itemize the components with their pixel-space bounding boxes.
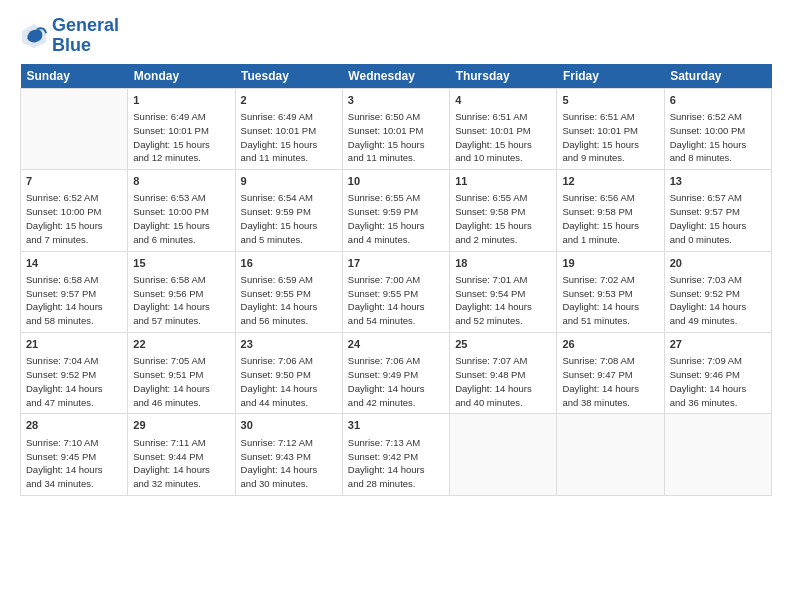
day-info: Sunrise: 7:08 AMSunset: 9:47 PMDaylight:… bbox=[562, 354, 658, 409]
day-info: Sunrise: 7:02 AMSunset: 9:53 PMDaylight:… bbox=[562, 273, 658, 328]
day-info: Sunrise: 6:55 AMSunset: 9:58 PMDaylight:… bbox=[455, 191, 551, 246]
day-info: Sunrise: 6:49 AMSunset: 10:01 PMDaylight… bbox=[241, 110, 337, 165]
day-info: Sunrise: 6:50 AMSunset: 10:01 PMDaylight… bbox=[348, 110, 444, 165]
calendar-cell bbox=[557, 414, 664, 495]
calendar-cell: 25Sunrise: 7:07 AMSunset: 9:48 PMDayligh… bbox=[450, 332, 557, 413]
calendar-cell: 7Sunrise: 6:52 AMSunset: 10:00 PMDayligh… bbox=[21, 170, 128, 251]
calendar-cell: 20Sunrise: 7:03 AMSunset: 9:52 PMDayligh… bbox=[664, 251, 771, 332]
day-info: Sunrise: 6:58 AMSunset: 9:57 PMDaylight:… bbox=[26, 273, 122, 328]
calendar-cell: 5Sunrise: 6:51 AMSunset: 10:01 PMDayligh… bbox=[557, 88, 664, 169]
calendar-cell: 24Sunrise: 7:06 AMSunset: 9:49 PMDayligh… bbox=[342, 332, 449, 413]
day-number: 7 bbox=[26, 174, 122, 189]
logo-icon bbox=[20, 22, 48, 50]
day-number: 28 bbox=[26, 418, 122, 433]
day-info: Sunrise: 6:52 AMSunset: 10:00 PMDaylight… bbox=[26, 191, 122, 246]
day-number: 8 bbox=[133, 174, 229, 189]
day-info: Sunrise: 7:11 AMSunset: 9:44 PMDaylight:… bbox=[133, 436, 229, 491]
day-info: Sunrise: 6:57 AMSunset: 9:57 PMDaylight:… bbox=[670, 191, 766, 246]
day-number: 16 bbox=[241, 256, 337, 271]
day-info: Sunrise: 7:12 AMSunset: 9:43 PMDaylight:… bbox=[241, 436, 337, 491]
day-info: Sunrise: 7:10 AMSunset: 9:45 PMDaylight:… bbox=[26, 436, 122, 491]
calendar-cell bbox=[21, 88, 128, 169]
day-number: 9 bbox=[241, 174, 337, 189]
weekday-header-friday: Friday bbox=[557, 64, 664, 89]
day-info: Sunrise: 7:04 AMSunset: 9:52 PMDaylight:… bbox=[26, 354, 122, 409]
day-number: 2 bbox=[241, 93, 337, 108]
logo: General Blue bbox=[20, 16, 119, 56]
day-number: 3 bbox=[348, 93, 444, 108]
day-info: Sunrise: 6:55 AMSunset: 9:59 PMDaylight:… bbox=[348, 191, 444, 246]
header: General Blue bbox=[20, 16, 772, 56]
day-info: Sunrise: 7:05 AMSunset: 9:51 PMDaylight:… bbox=[133, 354, 229, 409]
calendar-cell: 2Sunrise: 6:49 AMSunset: 10:01 PMDayligh… bbox=[235, 88, 342, 169]
calendar-cell: 27Sunrise: 7:09 AMSunset: 9:46 PMDayligh… bbox=[664, 332, 771, 413]
day-info: Sunrise: 7:06 AMSunset: 9:50 PMDaylight:… bbox=[241, 354, 337, 409]
day-number: 26 bbox=[562, 337, 658, 352]
calendar-cell: 11Sunrise: 6:55 AMSunset: 9:58 PMDayligh… bbox=[450, 170, 557, 251]
calendar-cell: 28Sunrise: 7:10 AMSunset: 9:45 PMDayligh… bbox=[21, 414, 128, 495]
calendar-cell: 31Sunrise: 7:13 AMSunset: 9:42 PMDayligh… bbox=[342, 414, 449, 495]
calendar-cell: 26Sunrise: 7:08 AMSunset: 9:47 PMDayligh… bbox=[557, 332, 664, 413]
calendar-table: SundayMondayTuesdayWednesdayThursdayFrid… bbox=[20, 64, 772, 496]
calendar-cell: 14Sunrise: 6:58 AMSunset: 9:57 PMDayligh… bbox=[21, 251, 128, 332]
calendar-cell: 17Sunrise: 7:00 AMSunset: 9:55 PMDayligh… bbox=[342, 251, 449, 332]
calendar-cell bbox=[450, 414, 557, 495]
day-number: 23 bbox=[241, 337, 337, 352]
day-number: 30 bbox=[241, 418, 337, 433]
day-number: 6 bbox=[670, 93, 766, 108]
weekday-header-monday: Monday bbox=[128, 64, 235, 89]
day-number: 13 bbox=[670, 174, 766, 189]
day-info: Sunrise: 6:53 AMSunset: 10:00 PMDaylight… bbox=[133, 191, 229, 246]
day-number: 11 bbox=[455, 174, 551, 189]
calendar-cell: 23Sunrise: 7:06 AMSunset: 9:50 PMDayligh… bbox=[235, 332, 342, 413]
calendar-cell: 9Sunrise: 6:54 AMSunset: 9:59 PMDaylight… bbox=[235, 170, 342, 251]
day-info: Sunrise: 6:58 AMSunset: 9:56 PMDaylight:… bbox=[133, 273, 229, 328]
calendar-cell bbox=[664, 414, 771, 495]
calendar-cell: 6Sunrise: 6:52 AMSunset: 10:00 PMDayligh… bbox=[664, 88, 771, 169]
weekday-header-saturday: Saturday bbox=[664, 64, 771, 89]
calendar-cell: 12Sunrise: 6:56 AMSunset: 9:58 PMDayligh… bbox=[557, 170, 664, 251]
day-info: Sunrise: 6:56 AMSunset: 9:58 PMDaylight:… bbox=[562, 191, 658, 246]
calendar-week-4: 21Sunrise: 7:04 AMSunset: 9:52 PMDayligh… bbox=[21, 332, 772, 413]
day-number: 1 bbox=[133, 93, 229, 108]
day-info: Sunrise: 7:13 AMSunset: 9:42 PMDaylight:… bbox=[348, 436, 444, 491]
day-number: 17 bbox=[348, 256, 444, 271]
page-container: General Blue SundayMondayTuesdayWednesda… bbox=[0, 0, 792, 506]
calendar-week-2: 7Sunrise: 6:52 AMSunset: 10:00 PMDayligh… bbox=[21, 170, 772, 251]
day-info: Sunrise: 6:51 AMSunset: 10:01 PMDaylight… bbox=[562, 110, 658, 165]
calendar-cell: 18Sunrise: 7:01 AMSunset: 9:54 PMDayligh… bbox=[450, 251, 557, 332]
weekday-header-wednesday: Wednesday bbox=[342, 64, 449, 89]
calendar-cell: 22Sunrise: 7:05 AMSunset: 9:51 PMDayligh… bbox=[128, 332, 235, 413]
day-info: Sunrise: 6:51 AMSunset: 10:01 PMDaylight… bbox=[455, 110, 551, 165]
calendar-cell: 13Sunrise: 6:57 AMSunset: 9:57 PMDayligh… bbox=[664, 170, 771, 251]
day-number: 27 bbox=[670, 337, 766, 352]
day-info: Sunrise: 7:00 AMSunset: 9:55 PMDaylight:… bbox=[348, 273, 444, 328]
day-info: Sunrise: 7:06 AMSunset: 9:49 PMDaylight:… bbox=[348, 354, 444, 409]
calendar-week-1: 1Sunrise: 6:49 AMSunset: 10:01 PMDayligh… bbox=[21, 88, 772, 169]
calendar-cell: 1Sunrise: 6:49 AMSunset: 10:01 PMDayligh… bbox=[128, 88, 235, 169]
day-info: Sunrise: 7:09 AMSunset: 9:46 PMDaylight:… bbox=[670, 354, 766, 409]
day-number: 22 bbox=[133, 337, 229, 352]
day-number: 15 bbox=[133, 256, 229, 271]
weekday-header-row: SundayMondayTuesdayWednesdayThursdayFrid… bbox=[21, 64, 772, 89]
calendar-cell: 8Sunrise: 6:53 AMSunset: 10:00 PMDayligh… bbox=[128, 170, 235, 251]
calendar-cell: 10Sunrise: 6:55 AMSunset: 9:59 PMDayligh… bbox=[342, 170, 449, 251]
day-number: 20 bbox=[670, 256, 766, 271]
weekday-header-thursday: Thursday bbox=[450, 64, 557, 89]
calendar-week-5: 28Sunrise: 7:10 AMSunset: 9:45 PMDayligh… bbox=[21, 414, 772, 495]
day-number: 5 bbox=[562, 93, 658, 108]
logo-text: General Blue bbox=[52, 16, 119, 56]
day-number: 29 bbox=[133, 418, 229, 433]
calendar-cell: 15Sunrise: 6:58 AMSunset: 9:56 PMDayligh… bbox=[128, 251, 235, 332]
weekday-header-tuesday: Tuesday bbox=[235, 64, 342, 89]
day-number: 10 bbox=[348, 174, 444, 189]
calendar-cell: 29Sunrise: 7:11 AMSunset: 9:44 PMDayligh… bbox=[128, 414, 235, 495]
day-info: Sunrise: 6:59 AMSunset: 9:55 PMDaylight:… bbox=[241, 273, 337, 328]
calendar-week-3: 14Sunrise: 6:58 AMSunset: 9:57 PMDayligh… bbox=[21, 251, 772, 332]
day-number: 21 bbox=[26, 337, 122, 352]
day-number: 12 bbox=[562, 174, 658, 189]
day-info: Sunrise: 6:54 AMSunset: 9:59 PMDaylight:… bbox=[241, 191, 337, 246]
calendar-cell: 3Sunrise: 6:50 AMSunset: 10:01 PMDayligh… bbox=[342, 88, 449, 169]
day-info: Sunrise: 7:01 AMSunset: 9:54 PMDaylight:… bbox=[455, 273, 551, 328]
calendar-cell: 4Sunrise: 6:51 AMSunset: 10:01 PMDayligh… bbox=[450, 88, 557, 169]
